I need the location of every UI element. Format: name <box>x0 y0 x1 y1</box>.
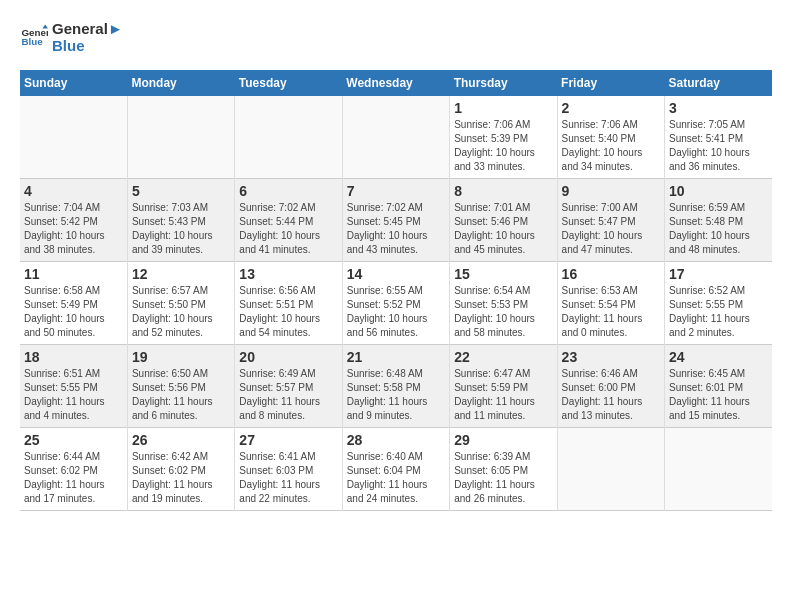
day-info: Sunrise: 6:52 AM Sunset: 5:55 PM Dayligh… <box>669 284 768 340</box>
calendar-cell: 15Sunrise: 6:54 AM Sunset: 5:53 PM Dayli… <box>450 262 557 345</box>
day-number: 3 <box>669 100 768 116</box>
day-number: 6 <box>239 183 337 199</box>
calendar-cell <box>20 96 127 179</box>
day-info: Sunrise: 7:00 AM Sunset: 5:47 PM Dayligh… <box>562 201 660 257</box>
logo-icon: General Blue <box>20 23 48 51</box>
logo-text-blue: Blue <box>52 37 123 54</box>
calendar-cell: 7Sunrise: 7:02 AM Sunset: 5:45 PM Daylig… <box>342 179 449 262</box>
day-number: 14 <box>347 266 445 282</box>
day-number: 5 <box>132 183 230 199</box>
day-number: 19 <box>132 349 230 365</box>
day-number: 21 <box>347 349 445 365</box>
calendar-cell: 13Sunrise: 6:56 AM Sunset: 5:51 PM Dayli… <box>235 262 342 345</box>
day-info: Sunrise: 7:02 AM Sunset: 5:44 PM Dayligh… <box>239 201 337 257</box>
calendar-cell: 11Sunrise: 6:58 AM Sunset: 5:49 PM Dayli… <box>20 262 127 345</box>
calendar-cell: 26Sunrise: 6:42 AM Sunset: 6:02 PM Dayli… <box>127 428 234 511</box>
day-info: Sunrise: 6:41 AM Sunset: 6:03 PM Dayligh… <box>239 450 337 506</box>
day-number: 18 <box>24 349 123 365</box>
day-info: Sunrise: 6:56 AM Sunset: 5:51 PM Dayligh… <box>239 284 337 340</box>
calendar-cell <box>342 96 449 179</box>
day-info: Sunrise: 7:04 AM Sunset: 5:42 PM Dayligh… <box>24 201 123 257</box>
calendar-cell: 6Sunrise: 7:02 AM Sunset: 5:44 PM Daylig… <box>235 179 342 262</box>
day-info: Sunrise: 6:53 AM Sunset: 5:54 PM Dayligh… <box>562 284 660 340</box>
weekday-header-tuesday: Tuesday <box>235 70 342 96</box>
calendar-cell: 24Sunrise: 6:45 AM Sunset: 6:01 PM Dayli… <box>665 345 772 428</box>
logo: General Blue General► Blue <box>20 20 123 54</box>
calendar-table: SundayMondayTuesdayWednesdayThursdayFrid… <box>20 70 772 511</box>
day-number: 27 <box>239 432 337 448</box>
calendar-cell: 20Sunrise: 6:49 AM Sunset: 5:57 PM Dayli… <box>235 345 342 428</box>
day-info: Sunrise: 6:59 AM Sunset: 5:48 PM Dayligh… <box>669 201 768 257</box>
week-row-3: 11Sunrise: 6:58 AM Sunset: 5:49 PM Dayli… <box>20 262 772 345</box>
day-number: 13 <box>239 266 337 282</box>
day-info: Sunrise: 6:54 AM Sunset: 5:53 PM Dayligh… <box>454 284 552 340</box>
calendar-cell: 29Sunrise: 6:39 AM Sunset: 6:05 PM Dayli… <box>450 428 557 511</box>
day-info: Sunrise: 6:39 AM Sunset: 6:05 PM Dayligh… <box>454 450 552 506</box>
calendar-cell: 3Sunrise: 7:05 AM Sunset: 5:41 PM Daylig… <box>665 96 772 179</box>
day-number: 24 <box>669 349 768 365</box>
day-number: 15 <box>454 266 552 282</box>
day-info: Sunrise: 6:45 AM Sunset: 6:01 PM Dayligh… <box>669 367 768 423</box>
day-info: Sunrise: 6:58 AM Sunset: 5:49 PM Dayligh… <box>24 284 123 340</box>
day-number: 22 <box>454 349 552 365</box>
day-number: 29 <box>454 432 552 448</box>
day-info: Sunrise: 6:51 AM Sunset: 5:55 PM Dayligh… <box>24 367 123 423</box>
calendar-cell <box>127 96 234 179</box>
calendar-cell: 16Sunrise: 6:53 AM Sunset: 5:54 PM Dayli… <box>557 262 664 345</box>
day-number: 10 <box>669 183 768 199</box>
week-row-2: 4Sunrise: 7:04 AM Sunset: 5:42 PM Daylig… <box>20 179 772 262</box>
calendar-cell: 22Sunrise: 6:47 AM Sunset: 5:59 PM Dayli… <box>450 345 557 428</box>
day-info: Sunrise: 6:46 AM Sunset: 6:00 PM Dayligh… <box>562 367 660 423</box>
logo-text: General► <box>52 20 123 37</box>
calendar-cell: 28Sunrise: 6:40 AM Sunset: 6:04 PM Dayli… <box>342 428 449 511</box>
calendar-cell: 2Sunrise: 7:06 AM Sunset: 5:40 PM Daylig… <box>557 96 664 179</box>
calendar-cell: 14Sunrise: 6:55 AM Sunset: 5:52 PM Dayli… <box>342 262 449 345</box>
day-number: 17 <box>669 266 768 282</box>
day-number: 23 <box>562 349 660 365</box>
calendar-cell: 19Sunrise: 6:50 AM Sunset: 5:56 PM Dayli… <box>127 345 234 428</box>
day-number: 28 <box>347 432 445 448</box>
day-number: 11 <box>24 266 123 282</box>
calendar-cell <box>557 428 664 511</box>
day-number: 2 <box>562 100 660 116</box>
calendar-cell: 27Sunrise: 6:41 AM Sunset: 6:03 PM Dayli… <box>235 428 342 511</box>
day-info: Sunrise: 7:06 AM Sunset: 5:39 PM Dayligh… <box>454 118 552 174</box>
weekday-header-saturday: Saturday <box>665 70 772 96</box>
day-info: Sunrise: 6:50 AM Sunset: 5:56 PM Dayligh… <box>132 367 230 423</box>
day-info: Sunrise: 6:48 AM Sunset: 5:58 PM Dayligh… <box>347 367 445 423</box>
day-info: Sunrise: 6:49 AM Sunset: 5:57 PM Dayligh… <box>239 367 337 423</box>
calendar-cell: 10Sunrise: 6:59 AM Sunset: 5:48 PM Dayli… <box>665 179 772 262</box>
week-row-4: 18Sunrise: 6:51 AM Sunset: 5:55 PM Dayli… <box>20 345 772 428</box>
calendar-cell <box>235 96 342 179</box>
calendar-cell: 17Sunrise: 6:52 AM Sunset: 5:55 PM Dayli… <box>665 262 772 345</box>
day-number: 12 <box>132 266 230 282</box>
week-row-5: 25Sunrise: 6:44 AM Sunset: 6:02 PM Dayli… <box>20 428 772 511</box>
day-info: Sunrise: 7:02 AM Sunset: 5:45 PM Dayligh… <box>347 201 445 257</box>
svg-text:Blue: Blue <box>21 36 43 47</box>
day-info: Sunrise: 7:01 AM Sunset: 5:46 PM Dayligh… <box>454 201 552 257</box>
day-info: Sunrise: 6:42 AM Sunset: 6:02 PM Dayligh… <box>132 450 230 506</box>
page-header: General Blue General► Blue <box>20 20 772 54</box>
day-info: Sunrise: 6:47 AM Sunset: 5:59 PM Dayligh… <box>454 367 552 423</box>
calendar-cell: 23Sunrise: 6:46 AM Sunset: 6:00 PM Dayli… <box>557 345 664 428</box>
day-number: 4 <box>24 183 123 199</box>
day-info: Sunrise: 6:40 AM Sunset: 6:04 PM Dayligh… <box>347 450 445 506</box>
day-number: 16 <box>562 266 660 282</box>
calendar-cell <box>665 428 772 511</box>
day-info: Sunrise: 7:05 AM Sunset: 5:41 PM Dayligh… <box>669 118 768 174</box>
weekday-header-wednesday: Wednesday <box>342 70 449 96</box>
calendar-cell: 12Sunrise: 6:57 AM Sunset: 5:50 PM Dayli… <box>127 262 234 345</box>
day-info: Sunrise: 7:03 AM Sunset: 5:43 PM Dayligh… <box>132 201 230 257</box>
calendar-cell: 1Sunrise: 7:06 AM Sunset: 5:39 PM Daylig… <box>450 96 557 179</box>
day-number: 8 <box>454 183 552 199</box>
weekday-header-row: SundayMondayTuesdayWednesdayThursdayFrid… <box>20 70 772 96</box>
calendar-cell: 9Sunrise: 7:00 AM Sunset: 5:47 PM Daylig… <box>557 179 664 262</box>
weekday-header-friday: Friday <box>557 70 664 96</box>
day-number: 20 <box>239 349 337 365</box>
calendar-cell: 21Sunrise: 6:48 AM Sunset: 5:58 PM Dayli… <box>342 345 449 428</box>
calendar-cell: 4Sunrise: 7:04 AM Sunset: 5:42 PM Daylig… <box>20 179 127 262</box>
weekday-header-monday: Monday <box>127 70 234 96</box>
week-row-1: 1Sunrise: 7:06 AM Sunset: 5:39 PM Daylig… <box>20 96 772 179</box>
calendar-cell: 25Sunrise: 6:44 AM Sunset: 6:02 PM Dayli… <box>20 428 127 511</box>
day-info: Sunrise: 6:55 AM Sunset: 5:52 PM Dayligh… <box>347 284 445 340</box>
